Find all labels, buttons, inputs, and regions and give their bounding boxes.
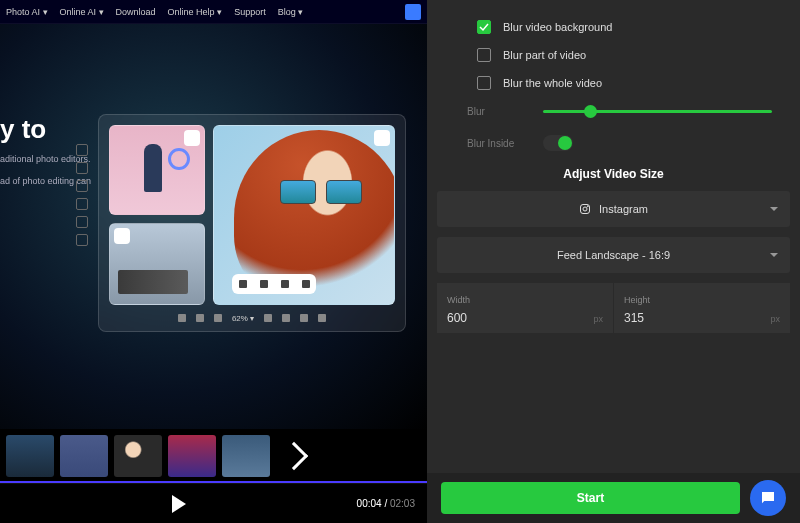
top-nav: Photo AI ▾ Online AI ▾ Download Online H… — [0, 0, 427, 24]
width-field[interactable]: Width 600px — [437, 283, 614, 333]
opt-blur-bg[interactable]: Blur video background — [477, 20, 760, 34]
slider-knob[interactable] — [584, 105, 597, 118]
width-value: 600 — [447, 311, 467, 325]
instagram-icon — [579, 203, 591, 215]
chevron-down-icon — [770, 253, 778, 257]
frame-toolbar: 62% ▾ — [109, 309, 395, 327]
width-label: Width — [447, 295, 470, 305]
tool-icon[interactable] — [264, 314, 272, 322]
clip-thumb[interactable] — [6, 435, 54, 477]
blur-inside-toggle[interactable] — [543, 135, 573, 151]
badge-icon — [184, 130, 200, 146]
height-value: 315 — [624, 311, 644, 325]
tool-icon[interactable] — [76, 198, 88, 210]
clip-thumb[interactable] — [168, 435, 216, 477]
main-image[interactable] — [213, 125, 395, 305]
image-toolbar — [232, 274, 316, 294]
clip-thumb[interactable] — [60, 435, 108, 477]
height-label: Height — [624, 295, 650, 305]
blur-slider[interactable] — [543, 110, 772, 113]
nav-blog[interactable]: Blog ▾ — [278, 7, 304, 17]
opt-label: Blur part of video — [503, 49, 586, 61]
tool-icon[interactable] — [214, 314, 222, 322]
nav-download[interactable]: Download — [116, 7, 156, 17]
nav-photo-ai[interactable]: Photo AI ▾ — [6, 7, 48, 17]
clip-thumb[interactable] — [222, 435, 270, 477]
editor-frame: 62% ▾ — [98, 114, 406, 332]
play-button[interactable] — [172, 495, 186, 513]
blur-slider-row: Blur — [467, 106, 772, 117]
video-preview: y to aditional photo editors. ad of phot… — [0, 24, 427, 429]
nav-cta-button[interactable] — [405, 4, 421, 20]
footer: Start — [427, 473, 800, 523]
adjust-size-title: Adjust Video Size — [427, 167, 800, 181]
badge-icon — [374, 130, 390, 146]
redo-icon[interactable] — [196, 314, 204, 322]
time-current: 00:04 — [357, 498, 382, 509]
filmstrip — [0, 429, 427, 483]
svg-point-1 — [583, 207, 587, 211]
opt-label: Blur video background — [503, 21, 612, 33]
opt-blur-whole[interactable]: Blur the whole video — [477, 76, 760, 90]
next-icon[interactable] — [280, 442, 308, 470]
player-bar: 00:04 / 02:03 — [0, 483, 427, 523]
width-unit: px — [593, 314, 603, 324]
platform-value: Instagram — [599, 203, 648, 215]
chat-button[interactable] — [750, 480, 786, 516]
tool-strip — [76, 144, 88, 246]
chat-icon — [759, 489, 777, 507]
tool-icon[interactable] — [76, 234, 88, 246]
platform-dropdown[interactable]: Instagram — [437, 191, 790, 227]
tool-icon[interactable] — [300, 314, 308, 322]
hero-title: y to — [0, 114, 91, 145]
tool-icon[interactable] — [76, 144, 88, 156]
opt-label: Blur the whole video — [503, 77, 602, 89]
chevron-down-icon — [770, 207, 778, 211]
tool-icon[interactable] — [76, 180, 88, 192]
checkbox-icon[interactable] — [477, 76, 491, 90]
nav-online-ai[interactable]: Online AI ▾ — [60, 7, 104, 17]
thumb-2[interactable] — [109, 223, 205, 305]
svg-point-2 — [587, 206, 588, 207]
blur-inside-row: Blur Inside — [467, 135, 772, 151]
start-button[interactable]: Start — [441, 482, 740, 514]
badge-icon — [114, 228, 130, 244]
blur-label: Blur — [467, 106, 525, 117]
thumb-1[interactable] — [109, 125, 205, 215]
tool-icon[interactable] — [76, 216, 88, 228]
checkbox-icon[interactable] — [477, 20, 491, 34]
checkbox-icon[interactable] — [477, 48, 491, 62]
nav-online-help[interactable]: Online Help ▾ — [168, 7, 223, 17]
time-duration: 02:03 — [390, 498, 415, 509]
nav-support[interactable]: Support — [234, 7, 266, 17]
height-field[interactable]: Height 315px — [614, 283, 790, 333]
opt-blur-part[interactable]: Blur part of video — [477, 48, 760, 62]
aspect-value: Feed Landscape - 16:9 — [557, 249, 670, 261]
tool-icon[interactable] — [282, 314, 290, 322]
time-display: 00:04 / 02:03 — [357, 498, 415, 509]
zoom-percent[interactable]: 62% ▾ — [232, 314, 254, 323]
blur-inside-label: Blur Inside — [467, 138, 525, 149]
undo-icon[interactable] — [178, 314, 186, 322]
height-unit: px — [770, 314, 780, 324]
aspect-dropdown[interactable]: Feed Landscape - 16:9 — [437, 237, 790, 273]
clip-thumb[interactable] — [114, 435, 162, 477]
tool-icon[interactable] — [318, 314, 326, 322]
tool-icon[interactable] — [76, 162, 88, 174]
